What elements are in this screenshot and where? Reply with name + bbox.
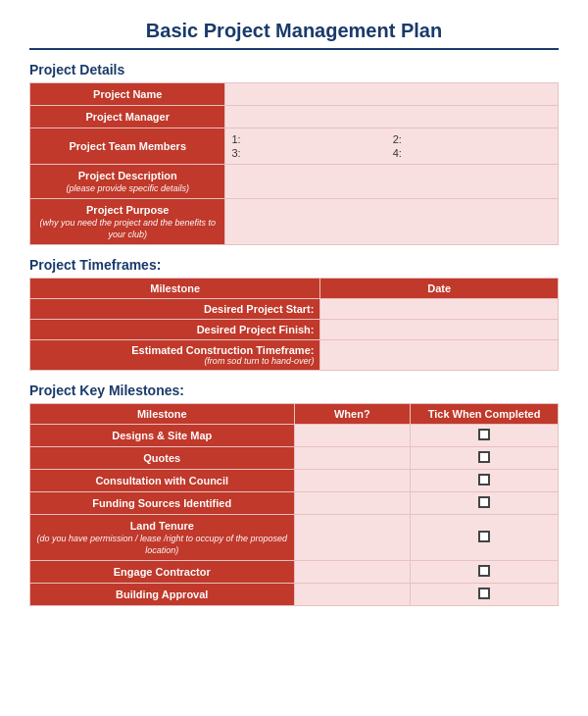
member-2: 2: <box>393 133 552 145</box>
row-when[interactable] <box>294 584 411 606</box>
row-label: Estimated Construction Timeframe: (from … <box>30 340 320 371</box>
member-4: 4: <box>393 147 552 159</box>
row-value[interactable] <box>225 83 559 106</box>
checkbox-icon[interactable] <box>478 565 490 577</box>
row-when[interactable] <box>294 561 411 584</box>
table-row: Funding Sources Identified <box>30 492 559 515</box>
row-label: Desired Project Finish: <box>30 320 320 340</box>
row-value[interactable] <box>225 106 559 128</box>
row-value[interactable] <box>320 299 559 320</box>
row-tick[interactable] <box>411 584 559 606</box>
row-when[interactable] <box>294 470 411 492</box>
table-row-description: Project Description (please provide spec… <box>30 165 559 199</box>
timeframes-table: Milestone Date Desired Project Start: De… <box>29 278 559 371</box>
row-tick[interactable] <box>411 447 559 470</box>
row-value-members[interactable]: 1: 2: 3: 4: <box>225 128 559 165</box>
col-header-milestone: Milestone <box>30 404 295 425</box>
table-row: Consultation with Council <box>30 470 559 492</box>
row-value[interactable] <box>320 320 559 340</box>
row-value[interactable] <box>320 340 559 371</box>
row-label: Desired Project Start: <box>30 299 320 320</box>
row-when[interactable] <box>294 425 411 447</box>
row-when[interactable] <box>294 515 411 561</box>
row-sub-label: (from sod turn to hand-over) <box>36 356 314 366</box>
row-label: Funding Sources Identified <box>30 492 295 515</box>
row-when[interactable] <box>294 492 411 515</box>
checkbox-icon[interactable] <box>478 451 490 463</box>
col-header-milestone: Milestone <box>30 279 320 299</box>
table-row: Estimated Construction Timeframe: (from … <box>30 340 559 371</box>
col-header-date: Date <box>320 279 559 299</box>
checkbox-icon[interactable] <box>478 496 490 508</box>
row-tick[interactable] <box>411 470 559 492</box>
row-label: Quotes <box>30 447 295 470</box>
row-value[interactable] <box>225 199 559 245</box>
table-row: Designs & Site Map <box>30 425 559 447</box>
col-header-tick: Tick When Completed <box>411 404 559 425</box>
table-row: Engage Contractor <box>30 561 559 584</box>
row-tick[interactable] <box>411 425 559 447</box>
row-value[interactable] <box>225 165 559 199</box>
member-3: 3: <box>231 147 390 159</box>
table-row-members: Project Team Members 1: 2: 3: 4: <box>30 128 559 165</box>
row-label: Project Team Members <box>30 128 225 165</box>
row-when[interactable] <box>294 447 411 470</box>
row-tick[interactable] <box>411 492 559 515</box>
row-label: Building Approval <box>30 584 295 606</box>
table-row: Land Tenure (do you have permission / le… <box>30 515 559 561</box>
table-row: Project Name <box>30 83 559 106</box>
row-label: Consultation with Council <box>30 470 295 492</box>
row-label: Project Name <box>30 83 225 106</box>
col-header-when: When? <box>294 404 411 425</box>
table-row: Building Approval <box>30 584 559 606</box>
row-label: Project Manager <box>30 106 225 128</box>
table-row: Desired Project Start: <box>30 299 559 320</box>
row-label: Land Tenure (do you have permission / le… <box>30 515 295 561</box>
row-sub-label: (do you have permission / lease /right t… <box>36 534 287 555</box>
page-title: Basic Project Management Plan <box>29 20 559 50</box>
milestones-table: Milestone When? Tick When Completed Desi… <box>29 403 559 606</box>
row-tick[interactable] <box>411 561 559 584</box>
section-key-milestones: Project Key Milestones: <box>29 383 559 398</box>
checkbox-icon[interactable] <box>478 588 490 599</box>
checkbox-icon[interactable] <box>478 531 490 542</box>
row-label: Designs & Site Map <box>30 425 295 447</box>
page: Basic Project Management Plan Project De… <box>0 0 588 716</box>
table-header-row: Milestone When? Tick When Completed <box>30 404 559 425</box>
section-project-details: Project Details <box>29 62 559 77</box>
checkbox-icon[interactable] <box>478 474 490 486</box>
row-label: Project Description (please provide spec… <box>30 165 225 199</box>
checkbox-icon[interactable] <box>478 429 490 440</box>
table-header-row: Milestone Date <box>30 279 559 299</box>
table-row: Desired Project Finish: <box>30 320 559 340</box>
row-tick[interactable] <box>411 515 559 561</box>
table-row: Quotes <box>30 447 559 470</box>
row-label: Project Purpose (why you need the projec… <box>30 199 225 245</box>
member-1: 1: <box>231 133 390 145</box>
row-sub-label: (why you need the project and the benefi… <box>39 218 216 239</box>
project-details-table: Project Name Project Manager Project Tea… <box>29 82 559 245</box>
table-row-purpose: Project Purpose (why you need the projec… <box>30 199 559 245</box>
section-timeframes: Project Timeframes: <box>29 257 559 273</box>
row-label: Engage Contractor <box>30 561 295 584</box>
table-row: Project Manager <box>30 106 559 128</box>
row-sub-label: (please provide specific details) <box>66 183 189 193</box>
